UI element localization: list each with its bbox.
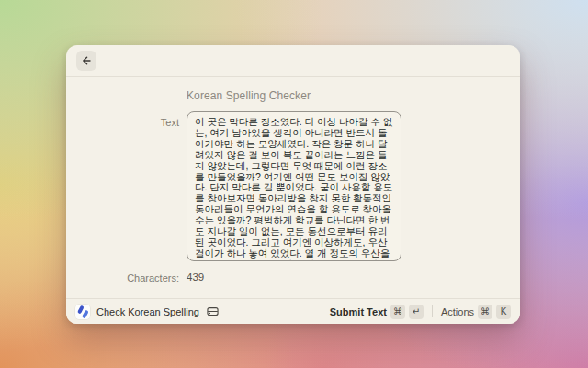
form-area: Korean Spelling Checker Text 이 곳은 막다른 장소… xyxy=(66,77,520,298)
actions-button[interactable]: Actions xyxy=(441,306,474,317)
arrow-left-icon xyxy=(81,55,92,66)
toolbar-divider xyxy=(432,305,433,317)
window-header xyxy=(66,45,520,77)
command-title: Check Korean Spelling xyxy=(96,306,199,317)
cmd-key-badge: ⌘ xyxy=(478,305,492,319)
text-input[interactable]: 이 곳은 막다른 장소였다. 더 이상 나아갈 수 없는, 여기 남아있을 생각… xyxy=(187,111,401,261)
drive-icon xyxy=(207,305,219,317)
extension-icon xyxy=(75,305,90,319)
submit-text-button[interactable]: Submit Text xyxy=(330,306,387,317)
page-title: Korean Spelling Checker xyxy=(187,89,311,102)
characters-count: 439 xyxy=(187,271,204,282)
text-field-label: Text xyxy=(66,117,179,128)
return-key-badge: ↵ xyxy=(409,305,424,319)
characters-label: Characters: xyxy=(66,272,179,283)
back-button[interactable] xyxy=(76,51,96,71)
cmd-key-badge: ⌘ xyxy=(390,305,405,319)
app-window: Korean Spelling Checker Text 이 곳은 막다른 장소… xyxy=(66,45,520,324)
bottom-toolbar: Check Korean Spelling Submit Text ⌘ ↵ Ac… xyxy=(66,298,520,324)
k-key-badge: K xyxy=(496,305,511,319)
